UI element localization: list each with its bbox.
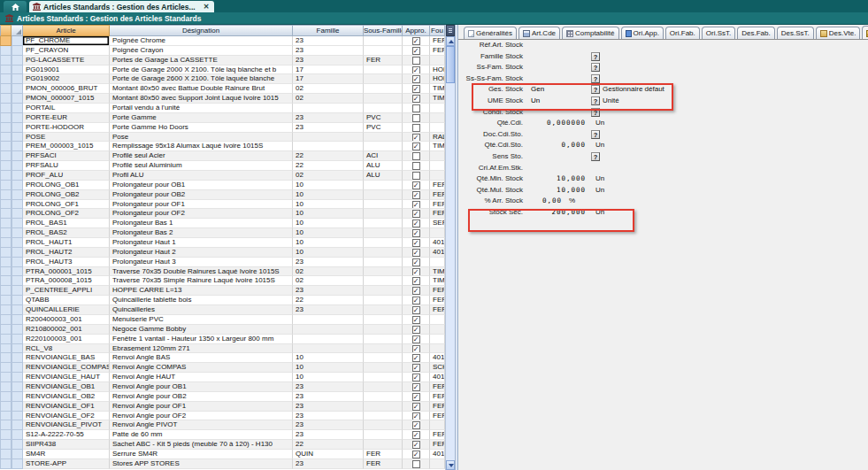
panel-tab-art-cde[interactable]: Art.Cde xyxy=(518,27,560,39)
row-selector-cell[interactable] xyxy=(12,209,23,219)
cell-famille[interactable] xyxy=(293,133,364,143)
cell-famille[interactable]: 10 xyxy=(293,373,364,382)
cell-designation[interactable]: Portail vendu à l'unité xyxy=(110,104,293,113)
cell-sous-famille[interactable] xyxy=(364,286,403,296)
cell-fournisseur[interactable]: TIM xyxy=(430,94,445,104)
table-row[interactable]: RCL_V8Ebrasement 120mm 271✓ xyxy=(0,344,445,354)
lookup-help-button[interactable]: ? xyxy=(591,63,600,72)
cell-designation[interactable]: Remplissage 95x18 Alumax Laqué Ivoire 10… xyxy=(110,142,293,151)
row-selector-cell[interactable] xyxy=(12,74,23,84)
cell-designation[interactable]: Renvoi Angle PIVOT xyxy=(110,420,293,430)
appro-checkbox-checked[interactable]: ✓ xyxy=(412,277,420,285)
cell-designation[interactable]: Porte de Garage 2600 X 2100. Tôle laquée… xyxy=(110,74,293,84)
cell-designation[interactable]: Montant 80x50 avec Support Joint Laqué I… xyxy=(110,94,293,104)
cell-fournisseur[interactable]: 4010 xyxy=(430,353,445,363)
cell-sous-famille[interactable] xyxy=(364,36,403,46)
appro-checkbox-checked[interactable]: ✓ xyxy=(412,191,420,199)
panel-tab-ori-fab-[interactable]: Ori.Fab. xyxy=(665,27,700,39)
cell-designation[interactable]: Sachet ABC - Kit 5 pieds (meuble 70 à 12… xyxy=(110,440,293,450)
cell-famille[interactable]: 10 xyxy=(293,219,364,228)
cell-sous-famille[interactable] xyxy=(364,315,403,325)
row-selector-cell[interactable] xyxy=(12,142,23,151)
field-numeric-value[interactable]: 10,000 xyxy=(529,173,586,185)
panel-tab-des-sst-[interactable]: Des.SsT. xyxy=(777,27,814,39)
cell-famille[interactable]: 22 xyxy=(293,151,364,161)
cell-article[interactable]: PTRA_000001_1015 xyxy=(23,267,110,277)
cell-article[interactable]: PREM_000003_1015 xyxy=(23,142,110,151)
table-row[interactable]: PF_CRAYONPoignée Crayon23✓FER xyxy=(0,46,445,56)
cell-famille[interactable]: 23 xyxy=(293,459,364,469)
row-selector-cell[interactable] xyxy=(12,459,23,469)
cell-article[interactable]: PROLONG_OF1 xyxy=(23,200,110,210)
cell-article[interactable]: RENVOIANGLE_PIVOT xyxy=(23,420,110,430)
appro-checkbox-checked[interactable]: ✓ xyxy=(412,258,420,266)
row-selector-cell[interactable] xyxy=(12,392,23,402)
row-selector-cell[interactable] xyxy=(12,258,23,267)
cell-designation[interactable]: Prolongateur Haut 2 xyxy=(110,248,293,258)
row-selector-cell[interactable] xyxy=(12,200,23,210)
cell-sous-famille[interactable] xyxy=(364,420,403,430)
appro-checkbox-unchecked[interactable] xyxy=(412,57,420,65)
cell-article[interactable]: QUINCAILLERIE xyxy=(23,305,110,315)
table-row[interactable]: PROLONG_OB2Prolongateur pour OB210✓FER xyxy=(0,190,445,200)
row-selector-cell[interactable] xyxy=(12,335,23,344)
cell-famille[interactable]: 23 xyxy=(293,402,364,412)
table-row[interactable]: QUINCAILLERIEQuincailleries23✓FER xyxy=(0,305,445,315)
cell-designation[interactable]: Prolongateur pour OF2 xyxy=(110,209,293,219)
cell-designation[interactable]: Stores APP STORES xyxy=(110,459,293,469)
cell-article[interactable]: RCL_V8 xyxy=(23,344,110,354)
cell-fournisseur[interactable]: FER xyxy=(430,46,445,56)
appro-checkbox-checked[interactable]: ✓ xyxy=(412,345,420,353)
appro-checkbox-checked[interactable]: ✓ xyxy=(412,268,420,276)
row-selector-cell[interactable] xyxy=(12,181,23,190)
cell-sous-famille[interactable]: PVC xyxy=(364,123,403,133)
cell-famille[interactable]: 10 xyxy=(293,200,364,210)
appro-checkbox-unchecked[interactable] xyxy=(412,124,420,132)
appro-checkbox-checked[interactable]: ✓ xyxy=(412,134,420,142)
table-row[interactable]: PROL_BAS1Prolongateur Bas 110✓SEP xyxy=(0,219,445,228)
cell-famille[interactable]: 23 xyxy=(293,113,364,123)
appro-checkbox-checked[interactable]: ✓ xyxy=(412,181,420,189)
select-all-corner[interactable] xyxy=(12,25,23,36)
cell-designation[interactable]: Traverse 70x35 Simple Rainure Laqué Ivoi… xyxy=(110,276,293,286)
cell-sous-famille[interactable] xyxy=(364,325,403,335)
column-header-designation[interactable]: Désignation xyxy=(110,25,293,36)
appro-checkbox-checked[interactable]: ✓ xyxy=(412,374,420,381)
cell-fournisseur[interactable]: FER xyxy=(430,430,445,440)
appro-checkbox-checked[interactable]: ✓ xyxy=(412,306,420,314)
appro-checkbox-checked[interactable]: ✓ xyxy=(412,143,420,150)
cell-sous-famille[interactable] xyxy=(364,402,403,412)
appro-checkbox-checked[interactable]: ✓ xyxy=(412,441,420,449)
appro-checkbox-checked[interactable]: ✓ xyxy=(412,220,420,227)
row-selector-cell[interactable] xyxy=(12,305,23,315)
cell-article[interactable]: RENVOIANGLE_COMPAS xyxy=(23,363,110,373)
row-selector-cell[interactable] xyxy=(12,440,23,450)
table-row[interactable]: PG-LACASSETTEPortes de Garage La CASSETT… xyxy=(0,56,445,65)
cell-sous-famille[interactable] xyxy=(364,238,403,248)
table-row[interactable]: PMON_000006_BRUTMontant 80x50 avec Battu… xyxy=(0,84,445,94)
row-selector-cell[interactable] xyxy=(12,296,23,305)
column-header-sous-famille[interactable]: Sous-Famille xyxy=(364,25,403,36)
table-row[interactable]: POSEPose✓RAL xyxy=(0,133,445,143)
table-row[interactable]: R210800002_001Negoce Gamme Bobby✓ xyxy=(0,325,445,335)
field-numeric-value[interactable]: 0,00 xyxy=(529,196,562,207)
cell-designation[interactable]: Prolongateur pour OF1 xyxy=(110,200,293,210)
cell-famille[interactable]: 22 xyxy=(293,296,364,305)
cell-article[interactable]: PF_CRAYON xyxy=(23,46,110,56)
close-icon[interactable]: ✕ xyxy=(204,3,210,11)
cell-fournisseur[interactable] xyxy=(430,113,445,123)
table-row[interactable]: PROL_BAS2Prolongateur Bas 210✓ xyxy=(0,228,445,238)
row-selector-cell[interactable] xyxy=(12,56,23,65)
cell-sous-famille[interactable] xyxy=(364,353,403,363)
table-row[interactable]: RENVOIANGLE_BASRenvoi Angle BAS10✓4010 xyxy=(0,353,445,363)
cell-designation[interactable]: Profilé seul Aluminium xyxy=(110,161,293,171)
cell-article[interactable]: PMON_000006_BRUT xyxy=(23,84,110,94)
row-selector-cell[interactable] xyxy=(12,36,23,46)
cell-fournisseur[interactable]: FER xyxy=(430,36,445,46)
cell-sous-famille[interactable] xyxy=(364,392,403,402)
row-selector-cell[interactable] xyxy=(12,402,23,412)
row-selector-cell[interactable] xyxy=(12,104,23,113)
cell-famille[interactable] xyxy=(293,344,364,354)
cell-famille[interactable]: 10 xyxy=(293,181,364,190)
row-selector-cell[interactable] xyxy=(12,373,23,382)
